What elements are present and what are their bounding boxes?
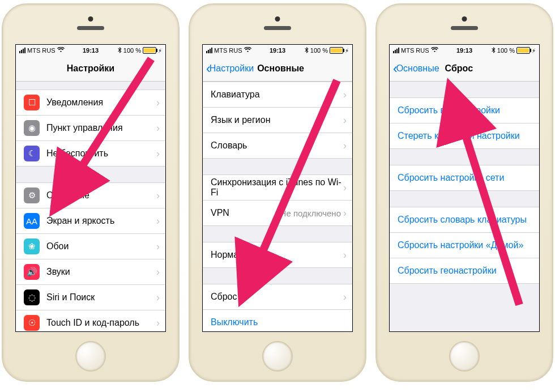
- row-label: Нормативы: [211, 250, 343, 260]
- chevron-right-icon: ›: [343, 140, 347, 152]
- chevron-right-icon: ›: [343, 207, 347, 219]
- settings-row[interactable]: ☾Не беспокоить›: [16, 141, 165, 167]
- row-label: Экран и яркость: [46, 216, 156, 226]
- screen-general: MTS RUS 19:13 100 % ⚡︎ ‹ Настройки Основ…: [202, 44, 353, 332]
- chevron-right-icon: ›: [156, 241, 160, 253]
- settings-row[interactable]: ☉Touch ID и код-пароль›: [16, 310, 165, 331]
- row-icon: ◌: [24, 289, 40, 305]
- settings-row[interactable]: Сбросить словарь клавиатуры: [390, 207, 539, 233]
- settings-row[interactable]: 🔊Звуки›: [16, 259, 165, 285]
- clock-label: 19:13: [83, 47, 99, 54]
- row-detail: Не подключено: [280, 208, 341, 218]
- row-icon: 🔊: [24, 264, 40, 280]
- settings-row[interactable]: Клавиатура›: [203, 82, 352, 108]
- home-button[interactable]: [449, 341, 480, 372]
- back-button[interactable]: ‹ Основные: [393, 61, 439, 76]
- back-label: Настройки: [210, 63, 254, 74]
- row-label: Стереть контент и настройки: [398, 131, 533, 141]
- settings-row[interactable]: ❀Обои›: [16, 234, 165, 259]
- chevron-right-icon: ›: [343, 89, 347, 101]
- page-title: Сброс: [445, 63, 473, 74]
- row-label: VPN: [211, 208, 280, 218]
- reset-list[interactable]: Сбросить все настройкиСтереть контент и …: [390, 82, 539, 331]
- row-label: Сбросить все настройки: [398, 105, 533, 116]
- battery-icon: [516, 47, 530, 54]
- chevron-right-icon: ›: [156, 317, 160, 329]
- settings-row[interactable]: ⚙Основные›: [16, 182, 165, 208]
- signal-icon: [19, 48, 25, 53]
- signal-icon: [393, 48, 399, 53]
- row-label: Сбросить настройки сети: [398, 173, 533, 183]
- row-label: Уведомления: [46, 97, 156, 108]
- settings-row[interactable]: Нормативы›: [203, 242, 352, 268]
- navbar-reset: ‹ Основные Сброс: [390, 56, 539, 82]
- row-label: Не беспокоить: [46, 148, 156, 159]
- row-label: Клавиатура: [211, 90, 343, 100]
- settings-row[interactable]: ◉Пункт управления›: [16, 116, 165, 141]
- bluetooth-icon: [305, 47, 309, 54]
- signal-icon: [206, 48, 212, 53]
- chevron-right-icon: ›: [156, 292, 160, 304]
- row-icon: ☾: [24, 146, 40, 161]
- row-label: Сбросить геонастройки: [398, 266, 533, 276]
- status-bar: MTS RUS 19:13 100 % ⚡︎: [203, 45, 352, 56]
- battery-percent-label: 100 %: [497, 47, 515, 54]
- settings-row[interactable]: Сброс›: [203, 284, 352, 310]
- battery-icon: [143, 47, 156, 54]
- settings-row[interactable]: ◌Siri и Поиск›: [16, 285, 165, 310]
- settings-row[interactable]: Сбросить геонастройки: [390, 258, 539, 284]
- chevron-right-icon: ›: [156, 97, 160, 109]
- phone-reset: MTS RUS 19:13 100 % ⚡︎ ‹ Основные Сброс …: [375, 3, 553, 382]
- charging-icon: ⚡︎: [158, 48, 162, 54]
- row-label: Touch ID и код-пароль: [46, 318, 156, 328]
- status-bar: MTS RUS 19:13 100 % ⚡︎: [390, 45, 539, 56]
- charging-icon: ⚡︎: [532, 48, 536, 54]
- carrier-label: MTS RUS: [27, 47, 56, 54]
- settings-row[interactable]: AAЭкран и яркость›: [16, 208, 165, 234]
- settings-row[interactable]: ☐Уведомления›: [16, 90, 165, 116]
- row-label: Выключить: [211, 317, 347, 327]
- home-button[interactable]: [262, 341, 293, 372]
- row-label: Сбросить настройки «Домой»: [398, 240, 533, 250]
- battery-icon: [330, 47, 343, 54]
- chevron-right-icon: ›: [156, 190, 160, 202]
- row-label: Сброс: [211, 292, 343, 302]
- page-title: Настройки: [67, 63, 114, 74]
- screen-settings: MTS RUS 19:13 100 % ⚡︎ Настройки ☐Уведом…: [15, 44, 166, 332]
- row-label: Язык и регион: [211, 115, 343, 125]
- row-icon: ◉: [24, 120, 40, 136]
- settings-row[interactable]: Синхронизация с iTunes по Wi-Fi›: [203, 174, 352, 201]
- row-label: Siri и Поиск: [46, 292, 156, 302]
- status-bar: MTS RUS 19:13 100 % ⚡︎: [16, 45, 165, 56]
- back-button[interactable]: ‹ Настройки: [206, 61, 254, 76]
- settings-row[interactable]: Словарь›: [203, 133, 352, 159]
- clock-label: 19:13: [456, 47, 472, 54]
- settings-list[interactable]: ☐Уведомления›◉Пункт управления›☾Не беспо…: [16, 82, 165, 331]
- general-list[interactable]: Клавиатура›Язык и регион›Словарь› Синхро…: [203, 82, 352, 331]
- settings-row[interactable]: Сбросить настройки сети: [390, 165, 539, 191]
- row-icon: AA: [24, 213, 40, 229]
- carrier-label: MTS RUS: [214, 47, 242, 54]
- row-label: Звуки: [46, 267, 156, 277]
- row-icon: ☉: [24, 315, 40, 331]
- charging-icon: ⚡︎: [345, 48, 349, 54]
- row-label: Синхронизация с iTunes по Wi-Fi: [211, 177, 343, 198]
- wifi-icon: [57, 47, 65, 54]
- home-button[interactable]: [75, 341, 106, 372]
- screen-reset: MTS RUS 19:13 100 % ⚡︎ ‹ Основные Сброс …: [389, 44, 540, 332]
- settings-row[interactable]: Сбросить настройки «Домой»: [390, 233, 539, 258]
- carrier-label: MTS RUS: [401, 47, 429, 54]
- row-label: Пункт управления: [46, 123, 156, 133]
- clock-label: 19:13: [270, 47, 285, 54]
- chevron-right-icon: ›: [156, 266, 160, 278]
- settings-row[interactable]: Выключить: [203, 310, 352, 331]
- settings-row[interactable]: Стереть контент и настройки: [390, 123, 539, 149]
- settings-row[interactable]: Сбросить все настройки: [390, 97, 539, 123]
- phone-settings: MTS RUS 19:13 100 % ⚡︎ Настройки ☐Уведом…: [2, 3, 180, 382]
- settings-row[interactable]: VPNНе подключено›: [203, 201, 352, 226]
- row-label: Обои: [46, 241, 156, 252]
- wifi-icon: [431, 47, 438, 54]
- page-title: Основные: [257, 63, 304, 74]
- settings-row[interactable]: Язык и регион›: [203, 108, 352, 133]
- row-label: Основные: [46, 190, 156, 201]
